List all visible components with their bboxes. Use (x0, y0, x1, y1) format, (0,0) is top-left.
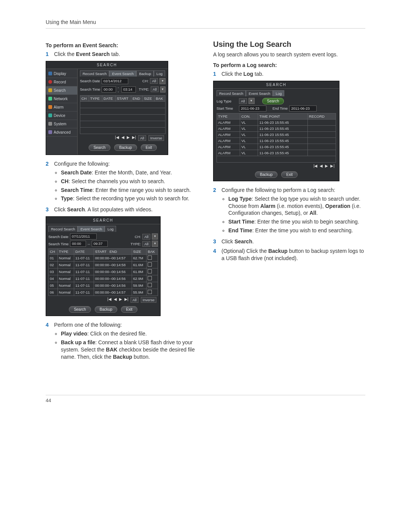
log-search-intro: A log search allows you to search system… (213, 51, 365, 58)
inverse-button[interactable]: Inverse (148, 135, 164, 141)
chevron-down-icon[interactable]: ▾ (160, 86, 166, 93)
bak-checkbox[interactable] (148, 290, 152, 294)
sidebar-item-search[interactable]: Search (46, 86, 77, 95)
table-row (80, 101, 166, 108)
table-row[interactable]: ALARMVL11-06-23 15:55:45 (217, 144, 336, 150)
exit-button[interactable]: Exit (281, 171, 298, 178)
chevron-down-icon[interactable]: ▾ (152, 233, 158, 240)
time-from-input[interactable]: 00:00 (70, 241, 86, 247)
table-row[interactable]: 03Normal11-07-1100:00:00--00:14:5661.8M (49, 268, 158, 275)
search-date-input[interactable]: 02/14/2012 (102, 78, 128, 84)
sidebar-item-record[interactable]: Record (46, 78, 77, 86)
table-row[interactable]: ALARMVL11-06-23 15:55:45 (217, 137, 336, 144)
tab-event-search[interactable]: Event Search (246, 90, 273, 96)
tab-log[interactable]: Log (105, 226, 116, 232)
dvr-title: SEARCH (213, 81, 339, 89)
search-date-label: Search Date (80, 79, 100, 83)
dvr-sidebar: Display Record Search Network Alarm Devi… (46, 69, 78, 155)
type-label: TYPE: (131, 242, 141, 246)
search-date-label: Search Date (48, 235, 68, 239)
step-number: 1 (213, 70, 221, 78)
tab-record-search[interactable]: Record Search (80, 70, 109, 77)
table-row[interactable]: ALARMVL11-06-23 15:55:45 (217, 119, 336, 125)
exit-button[interactable]: Exit (141, 144, 157, 151)
backup-button[interactable]: Backup (114, 144, 137, 151)
table-row[interactable]: ALARMVL11-06-23 15:55:45 (217, 125, 336, 131)
backup-button[interactable]: Backup (95, 306, 117, 313)
bak-checkbox[interactable] (148, 269, 152, 273)
dvr-title: SEARCH (46, 217, 160, 224)
table-row (80, 108, 166, 114)
chevron-down-icon[interactable]: ▾ (249, 98, 255, 104)
select-all-button[interactable]: All (131, 297, 139, 303)
select-all-button[interactable]: All (138, 135, 146, 141)
tab-record-search[interactable]: Record Search (217, 90, 246, 96)
tab-log[interactable]: Log (154, 70, 165, 77)
step-number: 3 (46, 206, 54, 213)
page-prev-icon[interactable]: ◀ (320, 164, 323, 168)
backup-button[interactable]: Backup (255, 171, 277, 178)
sidebar-item-alarm[interactable]: Alarm (46, 103, 77, 112)
type-select[interactable]: All (142, 241, 150, 247)
chevron-down-icon[interactable]: ▾ (152, 241, 158, 247)
bak-checkbox[interactable] (148, 256, 152, 260)
inverse-button[interactable]: Inverse (141, 297, 156, 303)
table-row (80, 127, 166, 134)
table-row[interactable]: 01Normal11-07-1100:00:00--00:14:5762.7M (49, 255, 158, 262)
step-number: 2 (46, 160, 54, 204)
chevron-down-icon[interactable]: ▾ (159, 78, 166, 84)
page-first-icon[interactable]: |◀ (115, 135, 119, 141)
time-to-input[interactable]: 09:37 (92, 241, 108, 247)
tab-log[interactable]: Log (273, 90, 284, 96)
sidebar-item-system[interactable]: System (46, 120, 77, 128)
page-first-icon[interactable]: |◀ (107, 297, 112, 303)
page-last-icon[interactable]: ▶| (132, 135, 136, 141)
sidebar-item-display[interactable]: Display (46, 70, 77, 78)
end-time-input[interactable]: 2011-06-23 (289, 105, 317, 112)
table-row[interactable]: ALARMVL11-06-23 15:55:45 (217, 131, 336, 137)
sidebar-item-device[interactable]: Device (46, 112, 77, 120)
exit-button[interactable]: Exit (121, 306, 137, 313)
type-select[interactable]: All (151, 86, 159, 92)
search-button[interactable]: Search (89, 144, 111, 151)
bak-checkbox[interactable] (148, 283, 152, 287)
page-last-icon[interactable]: ▶| (330, 164, 335, 168)
log-search-screenshot: SEARCH Record Search Event Search Log Lo… (213, 81, 339, 181)
step-body: Click the Event Search tab. (54, 51, 198, 58)
sidebar-item-network[interactable]: Network (46, 95, 77, 103)
ch-select[interactable]: All (150, 78, 158, 84)
tab-event-search[interactable]: Event Search (78, 226, 105, 232)
time-to-input[interactable]: 03:14 (121, 86, 136, 93)
search-button[interactable]: Search (69, 306, 91, 313)
log-type-select[interactable]: All (239, 98, 247, 104)
device-icon (48, 113, 52, 117)
page-first-icon[interactable]: |◀ (314, 164, 318, 168)
event-search-subhead: To perform an Event Search: (46, 42, 198, 48)
bak-checkbox[interactable] (148, 262, 152, 267)
table-row[interactable]: 05Normal11-07-1100:00:00--00:14:5659.9M (49, 282, 158, 289)
log-table: TYPE CON. TIME POINT RECORD ALARMVL11-06… (217, 113, 336, 163)
tab-event-search[interactable]: Event Search (109, 70, 136, 77)
page-next-icon[interactable]: ▶ (127, 135, 130, 141)
page-next-icon[interactable]: ▶ (119, 297, 122, 303)
table-row[interactable]: ALARMVL11-06-23 15:55:45 (217, 150, 336, 156)
search-button[interactable]: Search (262, 98, 284, 104)
time-from-input[interactable]: 00:00 (102, 86, 116, 93)
page-prev-icon[interactable]: ◀ (114, 297, 117, 303)
right-column: Using the Log Search A log search allows… (213, 40, 365, 364)
log-search-title: Using the Log Search (213, 40, 365, 49)
search-date-input[interactable]: 07/11/2011 (70, 233, 97, 240)
bak-checkbox[interactable] (148, 276, 152, 280)
page-number: 44 (46, 395, 365, 403)
page-prev-icon[interactable]: ◀ (121, 135, 124, 141)
page-next-icon[interactable]: ▶ (325, 164, 328, 168)
page-last-icon[interactable]: ▶| (124, 297, 129, 303)
tab-record-search[interactable]: Record Search (48, 226, 78, 232)
sidebar-item-advanced[interactable]: Advanced (46, 128, 77, 137)
tab-backup[interactable]: Backup (136, 70, 154, 77)
table-row[interactable]: 06Normal11-07-1100:00:00--00:14:5755.9M (49, 289, 158, 296)
table-row[interactable]: 02Normal11-07-1100:00:00--00:14:5861.6M (49, 262, 158, 268)
start-time-input[interactable]: 2011-06-23 (239, 105, 266, 112)
table-row[interactable]: 04Normal11-07-1100:00:00--00:14:5662.9M (49, 275, 158, 282)
ch-select[interactable]: All (142, 234, 150, 240)
